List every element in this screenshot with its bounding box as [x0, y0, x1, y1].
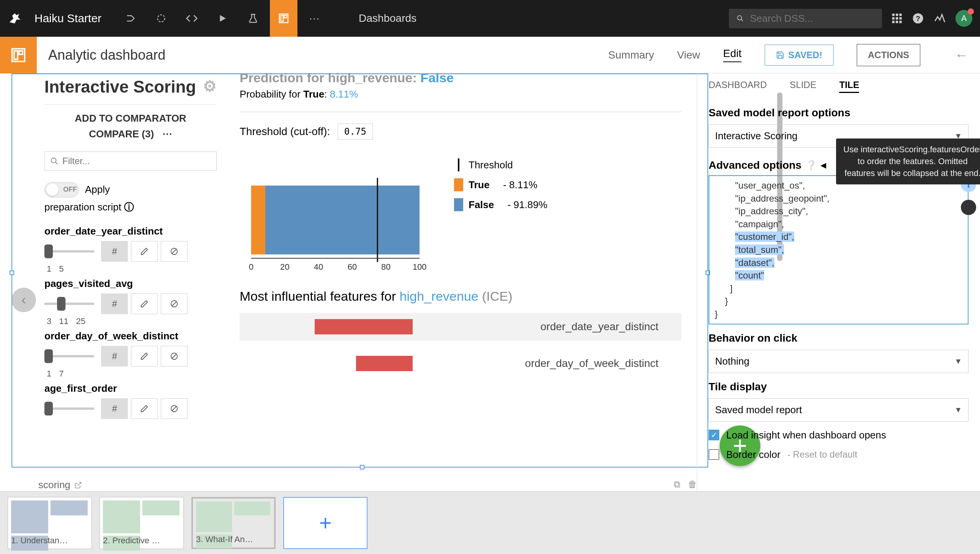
apply-prep-toggle[interactable]: OFF — [44, 182, 79, 197]
feature-slider[interactable] — [44, 303, 94, 305]
chevron-down-icon: ▼ — [954, 357, 962, 366]
chart-legend: Threshold True - 8.11% False - 91.89% — [454, 155, 547, 270]
lab-icon[interactable] — [239, 0, 267, 37]
feature-name: order_day_of_week_distinct — [44, 330, 217, 342]
actions-button[interactable]: ACTIONS — [857, 44, 920, 66]
threshold-value[interactable]: 0.75 — [338, 124, 373, 140]
svg-line-25 — [172, 354, 176, 358]
help-icon[interactable]: ? — [912, 12, 924, 24]
behavior-select[interactable]: Nothing▼ — [709, 350, 969, 373]
apps-grid-icon[interactable] — [891, 13, 903, 24]
breadcrumb[interactable]: Dashboards — [359, 12, 416, 24]
svg-text:40: 40 — [314, 262, 323, 270]
left-panel: Interactive Scoring ⚙ ADD TO COMPARATOR … — [37, 73, 224, 491]
prep-script-label: preparation script ⓘ — [44, 200, 217, 214]
page-header: Analytic dashboard Summary View Edit SAV… — [0, 37, 980, 73]
svg-rect-5 — [892, 14, 895, 16]
project-name[interactable]: Haiku Starter — [34, 12, 101, 25]
save-icon — [776, 51, 784, 59]
prediction-line: Prediction for high_revenue: False — [240, 70, 681, 85]
svg-rect-9 — [896, 17, 898, 20]
global-search[interactable] — [729, 9, 882, 28]
gear-icon[interactable]: ⚙ — [203, 77, 217, 95]
checkbox-checked-icon[interactable]: ✓ — [709, 430, 719, 440]
more-icon[interactable]: ⋯ — [301, 0, 328, 37]
svg-rect-18 — [19, 51, 23, 54]
load-insight-checkbox-row[interactable]: ✓ Load insight when dashboard opens — [709, 429, 969, 441]
dashboards-icon[interactable] — [270, 0, 297, 37]
feature-value-box[interactable]: # — [101, 241, 128, 262]
filter-input[interactable] — [62, 156, 211, 166]
svg-text:20: 20 — [280, 262, 289, 270]
svg-rect-17 — [14, 51, 18, 59]
feature-name: pages_visited_avg — [44, 278, 217, 290]
help-icon[interactable]: ❔ — [805, 160, 817, 171]
svg-point-4 — [737, 16, 742, 20]
svg-rect-13 — [899, 21, 902, 23]
svg-rect-2 — [281, 16, 283, 21]
external-link-icon[interactable] — [74, 481, 82, 489]
feature-slider[interactable] — [44, 250, 94, 253]
dark-rail-icon[interactable] — [961, 200, 976, 215]
recipe-icon[interactable] — [147, 0, 175, 37]
feature-value-box[interactable]: # — [101, 346, 128, 367]
help-icon[interactable]: ⓘ — [124, 201, 134, 213]
feature-edit-button[interactable] — [131, 293, 158, 314]
tab-edit[interactable]: Edit — [723, 47, 742, 62]
collapse-right-icon[interactable]: ← — [955, 47, 969, 63]
influential-row: order_date_year_distinct — [240, 313, 681, 341]
feature-slider[interactable] — [44, 407, 94, 410]
feature-name: age_first_order — [44, 383, 217, 394]
feature-edit-button[interactable] — [131, 346, 158, 367]
advanced-options-editor[interactable]: "user_agent_os", "ip_address_geopoint", … — [709, 175, 969, 324]
svg-rect-7 — [899, 14, 902, 16]
tab-view[interactable]: View — [677, 49, 700, 61]
search-input[interactable] — [750, 13, 874, 24]
svg-point-19 — [51, 158, 56, 163]
features-order-tooltip: Use interactiveScoring.featuresOrder to … — [836, 138, 980, 184]
border-color-row[interactable]: Border color - Reset to default — [709, 449, 969, 461]
feature-filter[interactable] — [44, 152, 217, 171]
rtab-slide[interactable]: SLIDE — [790, 80, 816, 93]
influential-features-title: Most influential features for high_reven… — [240, 289, 681, 304]
feature-value-box[interactable]: # — [101, 293, 128, 314]
svg-rect-29 — [265, 186, 420, 254]
flow-icon[interactable] — [117, 0, 144, 37]
slide-thumbnail[interactable]: 1. Understan… — [8, 497, 92, 549]
rtab-tile[interactable]: TILE — [839, 80, 859, 93]
activity-icon[interactable] — [933, 12, 946, 25]
feature-reset-button[interactable] — [161, 398, 188, 419]
tile-display-label: Tile display — [709, 381, 969, 393]
slide-thumbnail[interactable]: 2. Predictive … — [100, 497, 184, 549]
user-avatar[interactable]: A — [956, 10, 972, 27]
feature-value-box[interactable]: # — [101, 398, 128, 419]
svg-text:80: 80 — [381, 262, 390, 270]
copy-icon[interactable]: ⧉ — [674, 479, 680, 490]
slides-strip: 1. Understan…2. Predictive …3. What-If A… — [0, 491, 980, 554]
chevron-down-icon: ▼ — [954, 406, 962, 414]
color-swatch-empty-icon[interactable] — [709, 449, 719, 460]
add-slide-button[interactable]: + — [283, 497, 368, 549]
feature-edit-button[interactable] — [131, 398, 158, 419]
top-navbar: Haiku Starter ⋯ Dashboards ? A — [0, 0, 980, 37]
feature-reset-button[interactable] — [161, 241, 188, 262]
app-logo-icon[interactable] — [8, 11, 23, 26]
feature-slider[interactable] — [44, 355, 94, 357]
code-icon[interactable] — [178, 0, 206, 37]
add-to-comparator-button[interactable]: ADD TO COMPARATOR — [44, 112, 217, 124]
delete-icon[interactable]: 🗑 — [688, 479, 697, 490]
svg-rect-11 — [892, 21, 895, 23]
rtab-dashboard[interactable]: DASHBOARD — [709, 80, 767, 93]
svg-rect-6 — [896, 14, 898, 16]
tab-summary[interactable]: Summary — [608, 49, 654, 61]
feature-reset-button[interactable] — [161, 346, 188, 367]
prev-slide-arrow[interactable]: ‹ — [11, 288, 36, 312]
threshold-row: Threshold (cut-off): 0.75 — [240, 124, 681, 140]
feature-edit-button[interactable] — [131, 241, 158, 262]
feature-reset-button[interactable] — [161, 293, 188, 314]
tile-display-select[interactable]: Saved model report▼ — [709, 398, 969, 422]
slide-thumbnail[interactable]: 3. What-If An… — [191, 497, 276, 549]
compare-button[interactable]: COMPARE (3) ⋯ — [44, 128, 217, 140]
run-icon[interactable] — [209, 0, 236, 37]
save-status: SAVED! — [764, 44, 834, 66]
